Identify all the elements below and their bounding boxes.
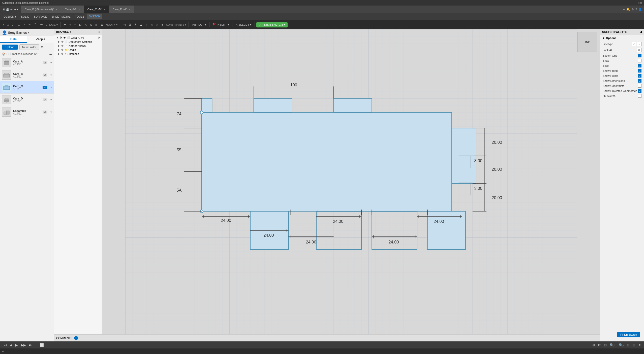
tree-item-origin[interactable]: ▶ 👁 📁 Origin — [54, 48, 102, 52]
tool-scale[interactable]: ▷ — [94, 22, 99, 27]
more-icon[interactable]: ▾ — [50, 98, 52, 101]
tool-constraint1[interactable]: ⊣ — [122, 22, 127, 27]
tool-modify2[interactable]: ○ — [68, 22, 73, 27]
btn-insert[interactable]: 🚩 INSERT ▾ — [211, 22, 231, 27]
home-icon[interactable]: 🏠 — [2, 52, 6, 56]
menu-sketch[interactable]: SKETCH — [87, 14, 102, 19]
more-icon[interactable]: ▾ — [50, 86, 52, 89]
showprofile-checkbox[interactable]: ✓ — [638, 69, 641, 73]
sketch-canvas[interactable]: 100 74 55 5A 24.00 — [102, 29, 600, 341]
tool-rect[interactable]: □ — [6, 22, 10, 27]
playback-start[interactable]: ⏮ — [3, 343, 8, 347]
file-item[interactable]: Cara_D 4/13/21 V4 ▾ — [0, 94, 54, 106]
tab-cara-c[interactable]: Cara_C v5* ✕ — [84, 6, 109, 13]
canvas-area[interactable]: BROWSER ● ▼ ⚙ 👁 ⬜ Cara_C v5 ⚙ ▶ — [54, 29, 600, 341]
tool-constraint5[interactable]: ○ — [144, 22, 149, 27]
tool-3pt[interactable]: ⋯ — [39, 22, 44, 27]
snap-checkbox[interactable] — [638, 59, 641, 62]
tool-constraint2[interactable]: ⊻ — [128, 22, 133, 27]
upload-button[interactable]: Upload — [2, 45, 18, 50]
tool-polygon[interactable]: ⬡ — [16, 22, 22, 27]
menu-surface[interactable]: SURFACE — [32, 14, 49, 19]
showconstraints-checkbox[interactable] — [638, 84, 641, 88]
file-item-selected[interactable]: Cara_C 4/13/21 V5 ▾ — [0, 81, 54, 94]
tool-trim[interactable]: ⊟ — [78, 22, 83, 27]
linetype-btn1[interactable]: ◁ — [632, 42, 636, 46]
tool-fit-point[interactable]: ⌒ — [33, 22, 38, 27]
tool-modify3[interactable]: = — [73, 22, 77, 27]
btn-inspect[interactable]: INSPECT ▾ — [190, 22, 208, 27]
tool-cut[interactable]: ✂ — [27, 22, 32, 27]
new-folder-button[interactable]: New Folder — [19, 44, 39, 50]
fit-btn[interactable]: ⊡ — [603, 343, 608, 347]
palette-collapse-icon[interactable]: ◀ — [640, 30, 642, 34]
tree-item-doc-settings[interactable]: ▶ 👁 📄 Document Settings — [54, 40, 102, 44]
more-icon[interactable]: ▾ — [50, 111, 52, 114]
btn-finish-sketch[interactable]: ✓ FINISH SKETCH ▾ — [256, 22, 288, 27]
tab-close-icon[interactable]: ✕ — [128, 8, 130, 11]
sketchgrid-checkbox[interactable]: ✓ — [638, 54, 641, 57]
playback-next[interactable]: ▶▶ — [20, 343, 27, 347]
orbit-btn[interactable]: ⟳ — [597, 343, 602, 347]
tree-item-root[interactable]: ▼ ⚙ 👁 ⬜ Cara_C v5 ⚙ — [54, 36, 102, 40]
file-item[interactable]: Cara_A 4/14/21 V5 ▾ — [0, 57, 54, 69]
showpoints-checkbox[interactable]: ✓ — [638, 74, 641, 78]
tab-close-icon[interactable]: ✕ — [78, 8, 80, 11]
home-view-btn[interactable]: ⊕ — [591, 343, 596, 347]
lookat-btn[interactable]: ⊞ — [637, 48, 641, 52]
showprojected-checkbox[interactable]: ✓ — [638, 89, 641, 93]
settings-icon[interactable]: ⚙ — [631, 8, 634, 11]
tool-spline[interactable]: ~ — [22, 22, 27, 27]
showdims-checkbox[interactable]: ✓ — [638, 79, 641, 83]
tab-close-icon[interactable]: ✕ — [55, 8, 57, 11]
tool-offset[interactable]: △ — [83, 22, 88, 27]
btn-select[interactable]: ↖ SELECT ▾ — [234, 22, 253, 27]
finish-sketch-button[interactable]: Finish Sketch — [617, 332, 640, 337]
more-icon[interactable]: ▾ — [50, 61, 52, 64]
tool-move[interactable]: ⊕ — [88, 22, 94, 27]
tool-break[interactable]: ⊏ — [99, 22, 105, 27]
tab-close-icon[interactable]: ✕ — [103, 8, 105, 11]
tool-constraint3[interactable]: ⊼ — [133, 22, 138, 27]
tab-cara-b[interactable]: Cara_B (v5-recovered)* ✕ — [21, 6, 61, 13]
playback-prev[interactable]: ◀ — [9, 343, 13, 347]
palette-options-header[interactable]: ▼ Options — [602, 37, 642, 40]
tool-constraint8[interactable]: ◈ — [160, 22, 165, 27]
menu-solid[interactable]: SOLID — [19, 14, 31, 19]
menu-tools[interactable]: TOOLS — [73, 14, 86, 19]
home-tab[interactable]: ⊞ 💾 ↩ ↪ ▾ — [0, 6, 21, 13]
menu-sheet-metal[interactable]: SHEET METAL — [49, 14, 72, 19]
tab-data[interactable]: Data — [0, 36, 27, 43]
tree-item-sketches[interactable]: ▶ 👁 ✏ Sketches — [54, 52, 102, 56]
linetype-btn2[interactable]: ○ — [637, 42, 641, 46]
browser-expand-icon[interactable]: ● — [98, 30, 100, 33]
help-icon[interactable]: ? — [635, 8, 637, 11]
more-icon[interactable]: ▾ — [50, 74, 52, 77]
display-mode-btn[interactable]: ≡ — [637, 343, 641, 347]
view-grid-btn[interactable]: ⊞ — [626, 343, 631, 347]
user-dropdown-icon[interactable]: ▾ — [28, 31, 29, 34]
user-icon[interactable]: 👤 — [638, 8, 642, 11]
tree-settings-icon[interactable]: ⚙ — [98, 36, 100, 39]
zoom-in-btn[interactable]: 🔍+ — [609, 343, 617, 347]
timeline-marker[interactable]: ⬜ — [39, 343, 45, 347]
file-item[interactable]: Cara_B 4/13/21 V5 ▾ — [0, 69, 54, 81]
tree-item-named-views[interactable]: ▶ 👁 📋 Named Views — [54, 44, 102, 48]
tab-people[interactable]: People — [27, 36, 54, 43]
playback-end[interactable]: ⏭ — [28, 343, 33, 347]
menu-design[interactable]: DESIGN ▾ — [2, 14, 18, 19]
tool-constraint7[interactable]: ▷ — [155, 22, 160, 27]
tool-arc[interactable]: ◡ — [11, 22, 16, 27]
notifications-icon[interactable]: 🔔 — [626, 8, 630, 11]
add-tab-btn[interactable]: + — [623, 8, 625, 11]
settings-btn[interactable]: ⚙ — [41, 45, 44, 49]
tool-line[interactable]: / — [2, 22, 5, 27]
zoom-out-btn[interactable]: 🔍- — [618, 343, 625, 347]
tab-cara-a[interactable]: Cara_A/8 ✕ — [61, 6, 84, 13]
tool-constraint4[interactable]: ▲ — [138, 22, 144, 27]
tool-modify1[interactable]: ⊢ — [62, 22, 68, 27]
slice-checkbox[interactable]: ✓ — [638, 64, 641, 67]
playback-play[interactable]: ▶ — [14, 343, 19, 347]
view-mode-btn[interactable]: ⊟ — [632, 343, 636, 347]
tool-constraint6[interactable]: ◁ — [149, 22, 154, 27]
